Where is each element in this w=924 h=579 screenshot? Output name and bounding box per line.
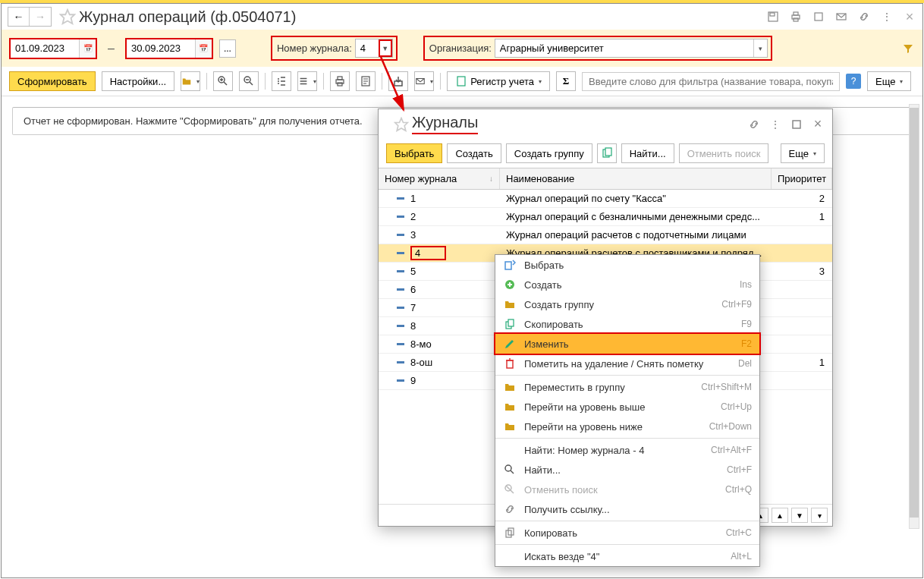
save-icon[interactable] — [766, 10, 780, 24]
popup-title: Журналы — [412, 114, 478, 134]
link-icon[interactable] — [747, 118, 761, 131]
folder-up-icon — [503, 401, 517, 413]
col-header-priority[interactable]: Приоритет — [772, 168, 832, 189]
table-row[interactable]: 1Журнал операций по счету "Касса"2 — [379, 190, 832, 208]
filter-funnel-icon[interactable] — [901, 42, 915, 55]
org-input[interactable] — [495, 39, 753, 57]
zoom-out-button[interactable] — [239, 71, 259, 91]
date-from-group: 📅 — [9, 38, 97, 59]
cancel-search-button[interactable]: Отменить поиск — [679, 143, 769, 163]
org-dropdown-icon[interactable]: ▾ — [753, 39, 767, 57]
annotation-arrow — [373, 49, 419, 118]
ctx-create-group[interactable]: Создать группуCtrl+F9 — [495, 294, 759, 314]
print-button[interactable] — [330, 71, 350, 91]
copy-icon — [503, 318, 517, 330]
ctx-delete[interactable]: Пометить на удаление / Снять пометкуDel — [495, 354, 759, 373]
settings-button[interactable]: Настройки... — [102, 71, 175, 91]
help-button[interactable]: ? — [846, 74, 861, 89]
folder-down-icon — [503, 420, 517, 433]
ctx-create[interactable]: СоздатьIns — [495, 275, 759, 294]
folder-button[interactable]: ▾ — [181, 71, 200, 91]
register-button[interactable]: Регистр учета▾ — [447, 71, 550, 91]
find-button[interactable]: Найти... — [621, 143, 674, 163]
blank-icon — [503, 444, 517, 456]
ctx-copy[interactable]: СкопироватьF9 — [495, 314, 759, 334]
mail-icon[interactable] — [834, 10, 848, 24]
sort-down-icon: ↓ — [489, 175, 493, 183]
more-button[interactable]: Еще▾ — [867, 71, 911, 91]
date-to-input[interactable] — [127, 39, 195, 57]
ctx-search-all[interactable]: Искать везде "4"Alt+L — [495, 546, 759, 566]
ctx-level-down[interactable]: Перейти на уровень нижеCtrl+Down — [495, 417, 759, 436]
folder-move-icon — [503, 381, 517, 393]
toolbar: Сформировать Настройки... ▾ ▾ ▾ Регистр … — [2, 67, 922, 96]
ctx-move-group[interactable]: Переместить в группуCtrl+Shift+M — [495, 377, 759, 397]
svg-rect-16 — [457, 77, 465, 86]
sum-button[interactable]: Σ — [556, 71, 576, 91]
ctx-level-up[interactable]: Перейти на уровень вышеCtrl+Up — [495, 397, 759, 417]
svg-rect-22 — [505, 262, 511, 269]
favorite-star-icon[interactable] — [59, 8, 76, 25]
pencil-icon — [503, 338, 517, 350]
ctx-edit[interactable]: ИзменитьF2 — [494, 332, 761, 355]
copy-icon-button[interactable] — [597, 143, 617, 163]
org-label: Организация: — [429, 42, 492, 54]
nav-back-button[interactable]: ← — [8, 8, 30, 26]
scrollbar-vertical[interactable] — [909, 104, 919, 529]
date-to-group: 📅 — [125, 38, 213, 59]
plus-icon — [503, 278, 517, 291]
more-vertical-icon[interactable]: ⋮ — [880, 10, 894, 24]
table-header: Номер журнала↓ Наименование Приоритет — [379, 168, 832, 190]
link-icon — [503, 503, 517, 515]
select-button[interactable]: Выбрать — [386, 143, 442, 163]
svg-rect-2 — [770, 13, 775, 16]
zoom-in-button[interactable] — [213, 71, 233, 91]
export-icon[interactable] — [812, 10, 825, 24]
table-row[interactable]: 2Журнал операций с безналичными денежным… — [379, 208, 832, 226]
clipboard-icon — [503, 527, 517, 539]
context-menu: Выбрать СоздатьIns Создать группуCtrl+F9… — [495, 254, 760, 567]
filter-bar: 📅 – 📅 ... Номер журнала: ▼ Организация: … — [2, 30, 922, 67]
titlebar: ← → Журнал операций (ф.0504071) ⋮ × — [2, 4, 922, 30]
create-button[interactable]: Создать — [447, 143, 501, 163]
maximize-icon[interactable] — [790, 118, 803, 131]
ctx-get-link[interactable]: Получить ссылку... — [495, 499, 759, 519]
org-combo[interactable]: ▾ — [495, 39, 768, 58]
collapse-button[interactable]: ▾ — [297, 71, 317, 91]
svg-rect-25 — [508, 319, 514, 326]
col-header-name[interactable]: Наименование — [500, 168, 772, 189]
select-icon — [503, 259, 517, 271]
col-header-number[interactable]: Номер журнала↓ — [379, 168, 500, 189]
ctx-find[interactable]: Найти...Ctrl+F — [495, 460, 759, 480]
popup-more-button[interactable]: Еще▾ — [781, 143, 825, 163]
search-input[interactable] — [582, 72, 840, 91]
table-row[interactable]: 3Журнал операций расчетов с подотчетными… — [379, 226, 832, 244]
link-icon[interactable] — [857, 10, 871, 24]
svg-rect-26 — [507, 360, 513, 368]
calendar-icon[interactable]: 📅 — [79, 39, 96, 58]
expand-button[interactable] — [272, 71, 291, 91]
nav-forward-button[interactable]: → — [30, 8, 51, 26]
date-dash: – — [103, 42, 119, 55]
calendar-icon[interactable]: 📅 — [195, 39, 212, 58]
svg-line-17 — [381, 57, 404, 110]
close-icon[interactable]: × — [811, 118, 825, 131]
ctx-find-num[interactable]: Найти: Номер журнала - 4Ctrl+Alt+F — [495, 440, 759, 460]
ctx-select[interactable]: Выбрать — [495, 255, 759, 275]
date-more-button[interactable]: ... — [219, 39, 236, 58]
svg-rect-21 — [605, 148, 611, 156]
scroll-up-icon[interactable]: ▲ — [772, 508, 788, 523]
svg-marker-0 — [61, 10, 74, 24]
date-from-input[interactable] — [11, 39, 79, 57]
favorite-star-icon[interactable] — [394, 117, 409, 132]
create-group-button[interactable]: Создать группу — [506, 143, 592, 163]
close-icon[interactable]: × — [903, 10, 916, 24]
cancel-search-icon — [503, 483, 517, 496]
form-button[interactable]: Сформировать — [9, 71, 96, 91]
scroll-bottom-icon[interactable]: ▾ — [811, 508, 828, 523]
scroll-down-icon[interactable]: ▼ — [791, 508, 808, 523]
more-vertical-icon[interactable]: ⋮ — [768, 118, 782, 131]
print-icon[interactable] — [789, 10, 803, 24]
ctx-copy-clip[interactable]: КопироватьCtrl+C — [495, 523, 759, 543]
ctx-cancel-search[interactable]: Отменить поискCtrl+Q — [495, 480, 759, 499]
